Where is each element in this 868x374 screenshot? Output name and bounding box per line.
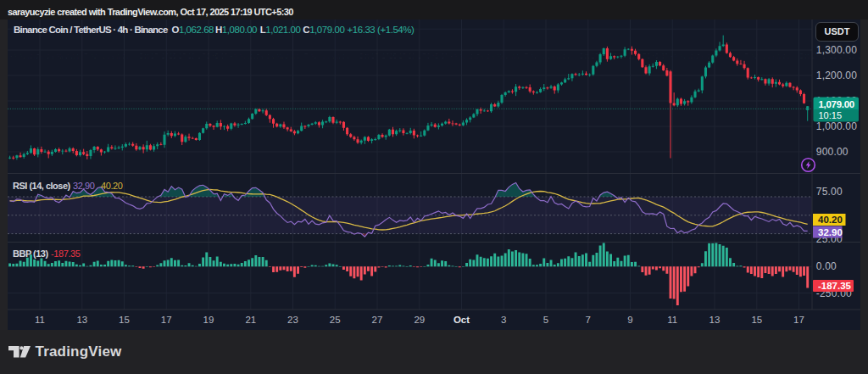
- svg-text:27: 27: [372, 315, 383, 325]
- svg-text:75.00: 75.00: [816, 186, 843, 198]
- svg-text:1,300.00: 1,300.00: [816, 44, 857, 56]
- svg-text:15: 15: [751, 315, 762, 325]
- svg-text:11: 11: [667, 315, 677, 325]
- svg-text:1,000.00: 1,000.00: [816, 120, 857, 132]
- svg-text:-187.35: -187.35: [51, 248, 81, 259]
- svg-text:BBP (13): BBP (13): [13, 248, 48, 259]
- svg-text:7: 7: [586, 315, 591, 325]
- svg-text:9: 9: [627, 315, 632, 325]
- svg-text:Oct: Oct: [453, 315, 470, 325]
- svg-text:17: 17: [161, 315, 172, 325]
- svg-text:13: 13: [709, 315, 721, 325]
- svg-text:3: 3: [501, 315, 506, 325]
- svg-text:10:15: 10:15: [819, 110, 843, 120]
- svg-text:32.90: 32.90: [818, 227, 843, 237]
- svg-text:32.90: 32.90: [73, 181, 95, 191]
- svg-text:900.00: 900.00: [816, 146, 849, 158]
- svg-text:13: 13: [76, 315, 87, 325]
- svg-text:23: 23: [287, 315, 298, 325]
- svg-text:40.20: 40.20: [101, 181, 123, 191]
- svg-text:RSI (14, close): RSI (14, close): [13, 181, 71, 191]
- svg-text:O1,062.68: O1,062.68: [171, 25, 214, 35]
- svg-text:1,079.00: 1,079.00: [819, 99, 854, 109]
- svg-text:19: 19: [203, 315, 214, 325]
- svg-text:17: 17: [793, 315, 804, 325]
- svg-text:29: 29: [414, 315, 425, 325]
- svg-text:+16.33 (+1.54%): +16.33 (+1.54%): [348, 25, 415, 35]
- svg-text:-187.35: -187.35: [818, 281, 852, 291]
- svg-text:1,200.00: 1,200.00: [816, 70, 857, 81]
- svg-text:40.20: 40.20: [818, 215, 843, 225]
- svg-text:Binance Coin / TetherUS · 4h ·: Binance Coin / TetherUS · 4h · Binance: [14, 25, 168, 35]
- svg-text:C1,079.00: C1,079.00: [303, 25, 344, 35]
- svg-text:25: 25: [330, 315, 341, 325]
- svg-text:21: 21: [245, 315, 256, 325]
- svg-text:15: 15: [119, 315, 130, 325]
- svg-text:H1,080.00: H1,080.00: [215, 25, 257, 35]
- svg-text:5: 5: [543, 315, 548, 325]
- svg-text:L1,021.00: L1,021.00: [260, 25, 301, 35]
- svg-text:11: 11: [35, 315, 45, 325]
- svg-text:0.00: 0.00: [816, 260, 837, 272]
